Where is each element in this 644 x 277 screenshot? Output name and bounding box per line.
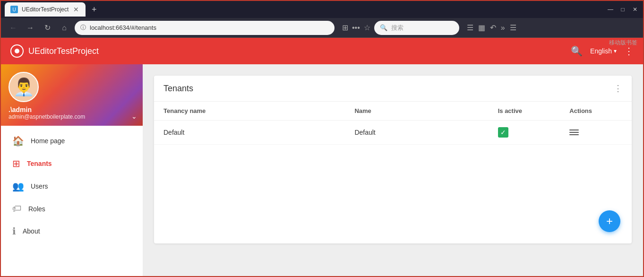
main-body: 👨‍💼 .\admin admin@aspnetboilerplate.com … xyxy=(1,64,643,276)
col-header-tenancy: Tenancy name xyxy=(154,102,345,121)
tenants-card: Tenants ⋮ Tenancy name Name Is active Ac… xyxy=(154,76,632,243)
new-tab-button[interactable]: + xyxy=(87,3,101,16)
back-button[interactable]: ← xyxy=(7,21,20,35)
user-expand-button[interactable]: ⌄ xyxy=(131,113,137,120)
home-icon: 🏠 xyxy=(12,135,24,147)
user-banner: 👨‍💼 .\admin admin@aspnetboilerplate.com … xyxy=(1,64,143,126)
content-area: Tenants ⋮ Tenancy name Name Is active Ac… xyxy=(143,64,643,276)
app-title: UEditorTestProject xyxy=(28,46,99,56)
more-icon[interactable]: ••• xyxy=(352,24,360,32)
tenants-table: Tenancy name Name Is active Actions Defa… xyxy=(154,102,632,145)
more-options-icon[interactable]: ⋮ xyxy=(624,45,634,57)
maximize-button[interactable]: □ xyxy=(618,5,627,14)
user-info: .\admin admin@aspnetboilerplate.com xyxy=(9,106,135,120)
app-logo: UEditorTestProject xyxy=(10,44,565,58)
url-bar[interactable]: ⓘ localhost:6634/#/tenants xyxy=(75,21,335,35)
sidebar-item-label-tenants: Tenants xyxy=(27,160,52,167)
language-label: English xyxy=(590,47,612,55)
avatar: 👨‍💼 xyxy=(9,72,39,102)
url-text: localhost:6634/#/tenants xyxy=(90,24,329,31)
active-checkbox: ✓ xyxy=(498,127,508,138)
star-icon[interactable]: ☆ xyxy=(364,23,370,32)
menu-line-1 xyxy=(569,130,579,130)
language-chevron-icon: ▾ xyxy=(614,48,617,54)
user-name: .\admin xyxy=(9,106,135,113)
language-button[interactable]: English ▾ xyxy=(590,47,617,55)
sidebar-item-label-roles: Roles xyxy=(28,205,45,213)
home-button[interactable]: ⌂ xyxy=(58,21,71,35)
qr-icon[interactable]: ⊞ xyxy=(342,23,348,32)
tab-bar: U UEditorTestProject ✕ + — □ ✕ xyxy=(1,1,643,18)
top-nav-icons: 🔍 English ▾ ⋮ xyxy=(571,45,634,57)
cell-tenancy-name: Default xyxy=(154,121,345,145)
user-email: admin@aspnetboilerplate.com xyxy=(9,113,135,120)
sidebar-item-label-about: About xyxy=(23,227,40,235)
mobile-bookmark-label: 移动版书签 xyxy=(609,39,637,47)
sidebar: 👨‍💼 .\admin admin@aspnetboilerplate.com … xyxy=(1,64,143,276)
undo-icon[interactable]: ↶ xyxy=(490,23,496,32)
row-action-menu[interactable] xyxy=(569,130,622,135)
tab-close-button[interactable]: ✕ xyxy=(72,6,80,13)
lock-icon: ⓘ xyxy=(80,24,86,32)
toolbar-icons: ☰ ▦ ↶ » ☰ xyxy=(467,23,516,32)
card-container: Tenancy name Name Is active Actions Defa… xyxy=(154,102,632,243)
card-header: Tenants ⋮ xyxy=(154,76,632,102)
sidebar-item-label-home: Home page xyxy=(31,137,65,145)
split-view-icon[interactable]: ▦ xyxy=(478,23,485,32)
sidebar-item-users[interactable]: 👥 Users xyxy=(1,175,143,198)
tenants-icon: ⊞ xyxy=(12,158,20,169)
users-icon: 👥 xyxy=(12,181,24,192)
sidebar-item-home[interactable]: 🏠 Home page xyxy=(1,130,143,152)
menu-line-2 xyxy=(569,132,579,133)
table-row: Default Default ✓ xyxy=(154,121,632,145)
search-placeholder: 搜索 xyxy=(391,24,404,32)
reading-list-icon[interactable]: ☰ xyxy=(467,23,473,32)
minimize-button[interactable]: — xyxy=(606,5,615,14)
menu-icon[interactable]: ☰ xyxy=(510,23,516,32)
browser-tab[interactable]: U UEditorTestProject ✕ xyxy=(5,2,86,17)
close-button[interactable]: ✕ xyxy=(631,5,639,14)
nav-icons: ⊞ ••• ☆ xyxy=(342,23,370,32)
app-area: UEditorTestProject 🔍 English ▾ ⋮ 👨‍💼 xyxy=(1,38,643,276)
sidebar-item-about[interactable]: ℹ About xyxy=(1,220,143,242)
about-icon: ℹ xyxy=(12,225,16,237)
cell-is-active: ✓ xyxy=(489,121,560,145)
nav-items: 🏠 Home page ⊞ Tenants 👥 Users 🏷 Roles xyxy=(1,126,143,276)
sidebar-item-roles[interactable]: 🏷 Roles xyxy=(1,198,143,220)
search-nav-icon[interactable]: 🔍 xyxy=(571,45,583,57)
more-tools-icon[interactable]: » xyxy=(501,24,505,32)
card-title: Tenants xyxy=(163,84,614,94)
top-nav: UEditorTestProject 🔍 English ▾ ⋮ xyxy=(1,38,643,64)
reload-button[interactable]: ↻ xyxy=(41,21,54,35)
sidebar-item-label-users: Users xyxy=(31,182,48,190)
cell-actions xyxy=(560,121,632,145)
logo-icon xyxy=(10,44,24,58)
tab-favicon: U xyxy=(10,6,18,13)
cell-name: Default xyxy=(345,121,488,145)
search-icon: 🔍 xyxy=(380,24,387,31)
col-header-active: Is active xyxy=(489,102,560,121)
add-tenant-button[interactable]: + xyxy=(599,210,620,232)
forward-button[interactable]: → xyxy=(24,21,37,35)
address-bar: ← → ↻ ⌂ ⓘ localhost:6634/#/tenants ⊞ •••… xyxy=(1,18,643,38)
search-bar[interactable]: 🔍 搜索 xyxy=(374,21,459,35)
avatar-figure: 👨‍💼 xyxy=(13,77,34,97)
window-controls: — □ ✕ xyxy=(606,5,639,14)
col-header-actions: Actions xyxy=(560,102,632,121)
sidebar-item-tenants[interactable]: ⊞ Tenants xyxy=(1,152,143,175)
menu-line-3 xyxy=(569,134,579,135)
roles-icon: 🏷 xyxy=(12,203,22,214)
col-header-name: Name xyxy=(345,102,488,121)
tab-title: UEditorTestProject xyxy=(22,6,69,13)
card-menu-button[interactable]: ⋮ xyxy=(614,83,622,94)
